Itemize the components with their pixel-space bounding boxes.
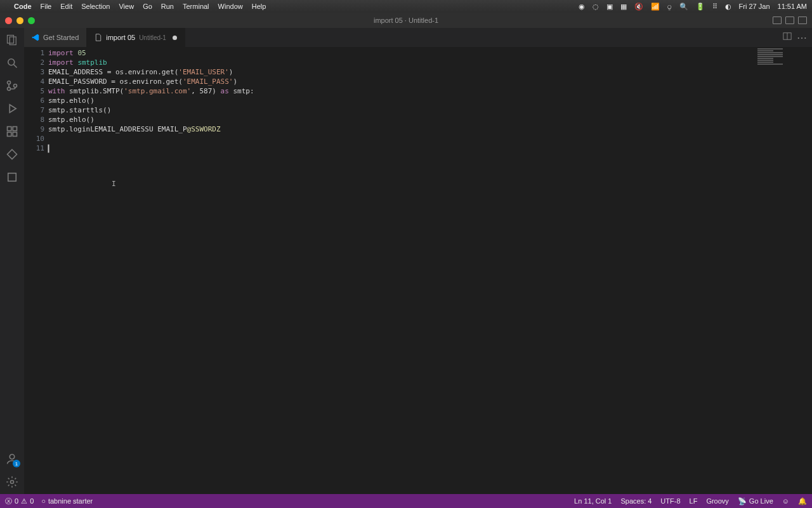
line-number: 8 <box>24 115 44 124</box>
search-icon[interactable] <box>5 56 19 70</box>
status-feedback-icon[interactable]: ☺ <box>782 497 789 505</box>
record-icon[interactable]: ◉ <box>579 3 585 11</box>
calendar-icon[interactable]: ▦ <box>620 3 627 11</box>
settings-gear-icon[interactable] <box>5 475 19 489</box>
extra-icon-2[interactable] <box>5 170 19 184</box>
explorer-icon[interactable] <box>5 33 19 47</box>
line-number: 4 <box>24 77 44 86</box>
error-icon: ⓧ <box>5 497 12 506</box>
code-line[interactable] <box>48 134 812 144</box>
extensions-icon[interactable] <box>5 124 19 138</box>
tab-label: Get Started <box>43 34 79 41</box>
battery-icon[interactable]: 🔋 <box>696 3 705 11</box>
menu-app[interactable]: Code <box>14 3 32 10</box>
svg-point-14 <box>10 455 15 460</box>
vscode-icon <box>32 34 39 41</box>
code-line[interactable]: smtp.ehlo() <box>48 96 812 105</box>
window-titlebar: import 05 · Untitled-1 <box>0 13 812 28</box>
text-cursor-icon: 𝙸 <box>112 179 112 188</box>
mute-icon[interactable]: 🔇 <box>634 3 643 11</box>
control-center-icon[interactable]: ⠿ <box>712 3 717 11</box>
spotlight-icon[interactable]: 🔍 <box>679 3 688 11</box>
extra-icon-1[interactable] <box>5 147 19 161</box>
code-line[interactable]: EMAIL_PASSWORD = os.environ.get('EMAIL_P… <box>48 77 812 86</box>
menubar-time[interactable]: 11:51 AM <box>778 3 807 10</box>
maximize-window-button[interactable] <box>28 17 35 24</box>
status-icon1[interactable]: ◌ <box>593 3 599 11</box>
siri-icon[interactable]: ◐ <box>725 3 731 11</box>
line-number: 11 <box>24 144 44 153</box>
svg-marker-12 <box>8 150 17 159</box>
menu-terminal[interactable]: Terminal <box>183 3 209 10</box>
svg-rect-11 <box>13 127 16 131</box>
code-line[interactable]: smtp.starttls() <box>48 105 812 115</box>
menu-run[interactable]: Run <box>161 3 174 10</box>
status-cursor-position[interactable]: Ln 11, Col 1 <box>574 497 612 505</box>
tab-bar: Get Started import 05 Untitled-1 ⋯ <box>24 28 812 47</box>
status-golive[interactable]: 📡 Go Live <box>738 497 773 505</box>
code-line[interactable]: import smtplib <box>48 58 812 67</box>
minimize-window-button[interactable] <box>16 17 23 24</box>
tab-sublabel: Untitled-1 <box>139 34 166 41</box>
code-line[interactable]: with smtplib.SMTP('smtp.gmail.com', 587)… <box>48 86 812 96</box>
status-icon2[interactable]: ▣ <box>606 3 613 11</box>
editor-body[interactable]: 1234567891011 𝙸 import 05import smtplibE… <box>24 47 812 494</box>
tab-get-started[interactable]: Get Started <box>24 28 87 47</box>
layout-sidebar-right-icon[interactable] <box>798 17 807 24</box>
wifi-icon[interactable]: 📶 <box>651 3 660 11</box>
menu-go[interactable]: Go <box>143 3 152 10</box>
editor-cursor <box>48 145 49 152</box>
menu-help[interactable]: Help <box>252 3 266 10</box>
menu-window[interactable]: Window <box>218 3 243 10</box>
status-errors[interactable]: ⓧ 0 ⚠ 0 <box>5 497 34 506</box>
minimap[interactable] <box>757 47 808 85</box>
source-control-icon[interactable] <box>5 79 19 93</box>
menu-view[interactable]: View <box>119 3 134 10</box>
menubar-date[interactable]: Fri 27 Jan <box>739 3 770 10</box>
window-title: import 05 · Untitled-1 <box>374 17 438 24</box>
file-icon <box>95 34 102 41</box>
svg-marker-7 <box>10 105 16 113</box>
line-number: 10 <box>24 134 44 144</box>
svg-rect-8 <box>8 127 11 131</box>
user-icon[interactable]: ⍜ <box>667 3 672 10</box>
tab-import05[interactable]: import 05 Untitled-1 <box>87 28 185 47</box>
warning-icon: ⚠ <box>21 497 27 505</box>
close-window-button[interactable] <box>5 17 12 24</box>
code-line[interactable]: import 05 <box>48 48 812 58</box>
svg-point-6 <box>14 84 17 88</box>
status-tabnine[interactable]: ○ tabnine starter <box>41 497 93 505</box>
menu-selection[interactable]: Selection <box>81 3 110 10</box>
code-line[interactable]: smtp.ehlo() <box>48 115 812 124</box>
code-line[interactable]: EMAIL_ADDRESS = os.environ.get('EMAIL_US… <box>48 67 812 77</box>
svg-point-4 <box>8 81 11 84</box>
run-debug-icon[interactable] <box>5 102 19 116</box>
svg-rect-9 <box>8 132 11 136</box>
svg-marker-16 <box>32 34 39 41</box>
svg-point-15 <box>11 481 14 484</box>
menu-edit[interactable]: Edit <box>60 3 72 10</box>
code-content[interactable]: 𝙸 import 05import smtplibEMAIL_ADDRESS =… <box>48 47 812 494</box>
split-editor-icon[interactable] <box>783 32 792 43</box>
broadcast-icon: 📡 <box>738 497 747 505</box>
status-encoding[interactable]: UTF-8 <box>660 497 680 505</box>
status-eol[interactable]: LF <box>690 497 698 505</box>
line-number: 1 <box>24 48 44 58</box>
status-spaces[interactable]: Spaces: 4 <box>620 497 652 505</box>
accounts-icon[interactable] <box>5 452 19 466</box>
line-number-gutter: 1234567891011 <box>24 47 48 494</box>
status-bell-icon[interactable]: 🔔 <box>798 497 807 505</box>
line-number: 9 <box>24 124 44 134</box>
layout-sidebar-left-icon[interactable] <box>773 17 782 24</box>
editor-area: Get Started import 05 Untitled-1 ⋯ 12345… <box>24 28 812 494</box>
status-bar: ⓧ 0 ⚠ 0 ○ tabnine starter Ln 11, Col 1 S… <box>0 494 812 508</box>
line-number: 7 <box>24 105 44 115</box>
layout-panel-icon[interactable] <box>785 17 794 24</box>
svg-line-3 <box>14 65 17 68</box>
menu-file[interactable]: File <box>41 3 52 10</box>
macos-menubar: Code File Edit Selection View Go Run Ter… <box>0 0 812 13</box>
code-line[interactable]: smtp.loginLEMAIL_ADDRESSU EMAIL_P@SSWORD… <box>48 124 812 134</box>
code-line[interactable] <box>48 144 812 153</box>
status-language[interactable]: Groovy <box>706 497 728 505</box>
more-actions-icon[interactable]: ⋯ <box>797 32 807 44</box>
